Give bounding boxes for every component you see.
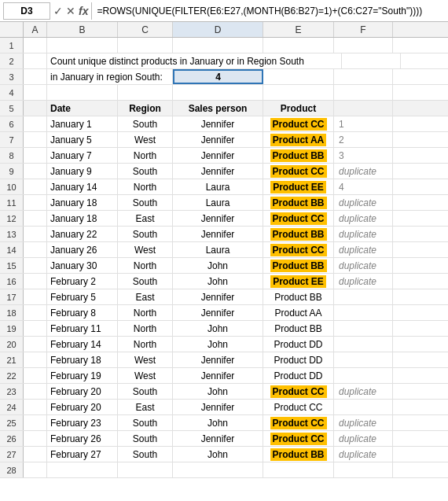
- cell-d11[interactable]: Laura: [173, 195, 263, 210]
- cell-d13[interactable]: Jennifer: [173, 227, 263, 241]
- cell-a9[interactable]: [24, 164, 47, 179]
- cell-c18[interactable]: North: [118, 305, 173, 320]
- cell-d1[interactable]: [173, 38, 263, 53]
- cell-c7[interactable]: West: [118, 132, 173, 147]
- cell-a26[interactable]: [24, 431, 47, 446]
- cell-f19[interactable]: [334, 321, 393, 336]
- cell-d10[interactable]: Laura: [173, 179, 263, 194]
- cell-e1[interactable]: [263, 38, 334, 53]
- cell-e12[interactable]: Product CC: [263, 211, 334, 226]
- cell-b9[interactable]: January 9: [47, 164, 118, 179]
- cell-f28[interactable]: [334, 462, 393, 477]
- cell-a19[interactable]: [24, 321, 47, 336]
- cell-e25[interactable]: Product CC: [263, 415, 334, 430]
- cell-a4[interactable]: [24, 85, 47, 100]
- cell-a17[interactable]: [24, 289, 47, 304]
- cell-f21[interactable]: [334, 352, 393, 367]
- cell-a20[interactable]: [24, 337, 47, 352]
- cell-c11[interactable]: South: [118, 195, 173, 210]
- cell-f16[interactable]: duplicate: [334, 274, 393, 289]
- cell-e13[interactable]: Product BB: [263, 227, 334, 241]
- cell-d16[interactable]: John: [173, 274, 263, 289]
- cell-e24[interactable]: Product CC: [263, 400, 334, 414]
- cell-c24[interactable]: East: [118, 400, 173, 414]
- cell-d4[interactable]: [173, 85, 263, 100]
- cell-b21[interactable]: February 18: [47, 352, 118, 367]
- cell-reference[interactable]: D3: [3, 2, 50, 20]
- cell-b11[interactable]: January 18: [47, 195, 118, 210]
- cell-d9[interactable]: Jennifer: [173, 164, 263, 179]
- cell-a23[interactable]: [24, 384, 47, 399]
- col-header-f[interactable]: F: [334, 22, 393, 37]
- cell-b8[interactable]: January 7: [47, 148, 118, 163]
- cell-d6[interactable]: Jennifer: [173, 116, 263, 131]
- formula-input[interactable]: [91, 2, 445, 20]
- cell-b19[interactable]: February 11: [47, 321, 118, 336]
- cell-c14[interactable]: West: [118, 242, 173, 257]
- cell-e5[interactable]: Product: [263, 101, 334, 116]
- cell-c4[interactable]: [118, 85, 173, 100]
- cell-c23[interactable]: South: [118, 384, 173, 399]
- cell-b18[interactable]: February 8: [47, 305, 118, 320]
- cell-f18[interactable]: [334, 305, 393, 320]
- cell-f6[interactable]: 1: [334, 116, 393, 131]
- cell-a24[interactable]: [24, 400, 47, 414]
- cell-e6[interactable]: Product CC: [263, 116, 334, 131]
- cell-a3[interactable]: [24, 69, 47, 84]
- fx-icon[interactable]: fx: [79, 5, 88, 17]
- cell-c21[interactable]: West: [118, 352, 173, 367]
- cell-a7[interactable]: [24, 132, 47, 147]
- cell-e18[interactable]: Product AA: [263, 305, 334, 320]
- cell-b5[interactable]: Date: [47, 101, 118, 116]
- cell-a27[interactable]: [24, 447, 47, 462]
- cell-f22[interactable]: [334, 368, 393, 383]
- cell-a22[interactable]: [24, 368, 47, 383]
- cell-d27[interactable]: John: [173, 447, 263, 462]
- cell-b28[interactable]: [47, 462, 118, 477]
- cell-f1[interactable]: [334, 38, 393, 53]
- cell-c28[interactable]: [118, 462, 173, 477]
- cell-a25[interactable]: [24, 415, 47, 430]
- cell-e7[interactable]: Product AA: [263, 132, 334, 147]
- cell-f4[interactable]: [334, 85, 393, 100]
- cell-c19[interactable]: North: [118, 321, 173, 336]
- cell-c8[interactable]: North: [118, 148, 173, 163]
- cell-d25[interactable]: John: [173, 415, 263, 430]
- cell-b14[interactable]: January 26: [47, 242, 118, 257]
- cell-e26[interactable]: Product CC: [263, 431, 334, 446]
- cell-b17[interactable]: February 5: [47, 289, 118, 304]
- cell-d28[interactable]: [173, 462, 263, 477]
- cell-a11[interactable]: [24, 195, 47, 210]
- cell-c6[interactable]: South: [118, 116, 173, 131]
- cell-e9[interactable]: Product CC: [263, 164, 334, 179]
- cell-d15[interactable]: John: [173, 258, 263, 273]
- cell-e14[interactable]: Product CC: [263, 242, 334, 257]
- cell-a2[interactable]: [24, 53, 47, 68]
- cell-b24[interactable]: February 20: [47, 400, 118, 414]
- cell-f25[interactable]: duplicate: [334, 415, 393, 430]
- cell-a1[interactable]: [24, 38, 47, 53]
- cell-b26[interactable]: February 26: [47, 431, 118, 446]
- cell-c1[interactable]: [118, 38, 173, 53]
- cell-c15[interactable]: North: [118, 258, 173, 273]
- cell-a15[interactable]: [24, 258, 47, 273]
- cell-f13[interactable]: duplicate: [334, 227, 393, 241]
- cell-b16[interactable]: February 2: [47, 274, 118, 289]
- cell-c20[interactable]: North: [118, 337, 173, 352]
- cell-d22[interactable]: Jennifer: [173, 368, 263, 383]
- col-header-b[interactable]: B: [47, 22, 118, 37]
- cell-c9[interactable]: South: [118, 164, 173, 179]
- cell-b7[interactable]: January 5: [47, 132, 118, 147]
- cell-c12[interactable]: East: [118, 211, 173, 226]
- col-header-c[interactable]: C: [118, 22, 173, 37]
- cell-b15[interactable]: January 30: [47, 258, 118, 273]
- cell-e16[interactable]: Product EE: [263, 274, 334, 289]
- cell-b22[interactable]: February 19: [47, 368, 118, 383]
- cell-b20[interactable]: February 14: [47, 337, 118, 352]
- col-header-e[interactable]: E: [263, 22, 334, 37]
- cell-e27[interactable]: Product BB: [263, 447, 334, 462]
- cell-f24[interactable]: [334, 400, 393, 414]
- cell-a18[interactable]: [24, 305, 47, 320]
- cell-d17[interactable]: Jennifer: [173, 289, 263, 304]
- cell-b6[interactable]: January 1: [47, 116, 118, 131]
